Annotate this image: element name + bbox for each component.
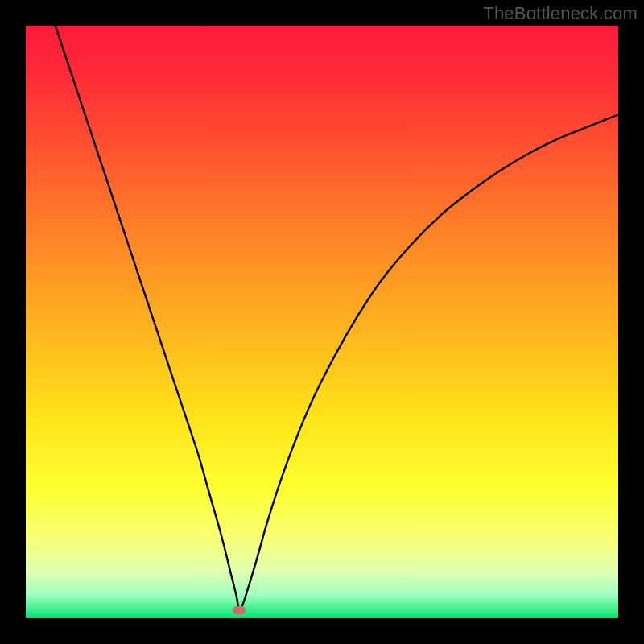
- chart-svg: [26, 26, 618, 618]
- watermark-text: TheBottleneck.com: [483, 3, 638, 24]
- chart-frame: [26, 26, 618, 618]
- chart-background: [26, 26, 618, 618]
- optimal-point-marker: [233, 606, 246, 614]
